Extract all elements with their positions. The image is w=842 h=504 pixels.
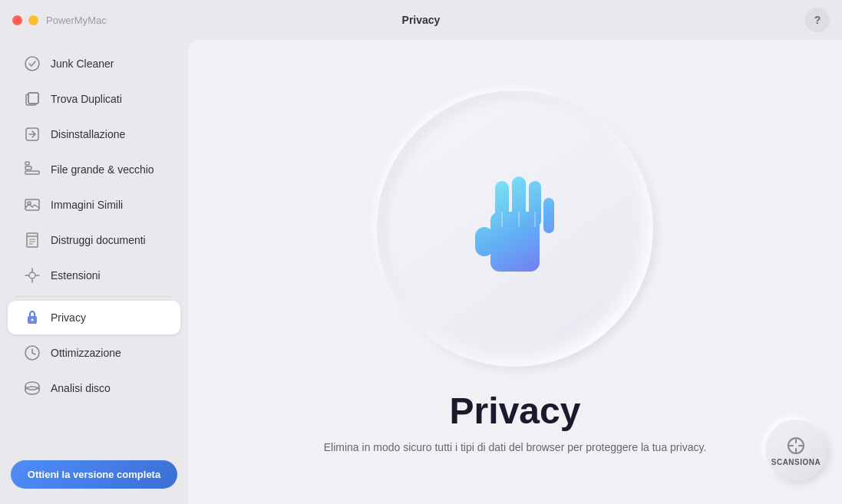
sidebar-label-estensioni: Estensioni xyxy=(51,269,101,282)
sidebar-label-distruggi-documenti: Distruggi documenti xyxy=(51,234,146,246)
svg-point-19 xyxy=(25,387,39,394)
sidebar-item-privacy[interactable]: Privacy xyxy=(8,301,180,334)
sidebar-item-immagini-simili[interactable]: Immagini Simili xyxy=(8,188,180,222)
sidebar-item-junk-cleaner[interactable]: Junk Cleaner xyxy=(8,47,180,81)
sidebar-item-estensioni[interactable]: Estensioni xyxy=(8,259,180,292)
svg-rect-10 xyxy=(27,233,38,247)
svg-rect-28 xyxy=(543,198,554,233)
disinstallazione-icon xyxy=(23,125,41,143)
sidebar-label-privacy: Privacy xyxy=(51,311,86,324)
main-layout: Junk Cleaner Trova Duplicati Disinstalla… xyxy=(0,40,842,504)
svg-rect-2 xyxy=(28,93,38,104)
content-area: Privacy Elimina in modo sicuro tutti i t… xyxy=(188,40,842,504)
file-grande-icon xyxy=(23,160,41,179)
app-name: PowerMyMac xyxy=(46,15,107,26)
minimize-button[interactable] xyxy=(28,15,38,25)
ottimizzazione-icon xyxy=(23,344,41,362)
distruggi-documenti-icon xyxy=(23,231,41,249)
svg-rect-5 xyxy=(25,166,31,170)
svg-rect-6 xyxy=(25,171,39,174)
svg-rect-8 xyxy=(25,199,39,210)
sidebar-item-ottimizzazione[interactable]: Ottimizzazione xyxy=(8,336,180,370)
junk-cleaner-icon xyxy=(23,54,41,73)
close-button[interactable] xyxy=(12,15,22,25)
privacy-hand-icon xyxy=(446,160,584,298)
sidebar-label-junk-cleaner: Junk Cleaner xyxy=(51,58,114,70)
sidebar-item-file-grande[interactable]: File grande & vecchio xyxy=(8,153,180,186)
sidebar-label-file-grande: File grande & vecchio xyxy=(51,163,154,176)
scan-icon xyxy=(785,435,807,456)
sidebar-item-trova-duplicati[interactable]: Trova Duplicati xyxy=(8,82,180,116)
sidebar-divider xyxy=(15,296,173,297)
scan-button[interactable]: SCANSIONA xyxy=(765,420,827,481)
traffic-lights xyxy=(12,15,38,25)
sidebar-label-immagini-simili: Immagini Simili xyxy=(51,199,123,211)
estensioni-icon xyxy=(23,266,41,285)
titlebar: PowerMyMac Privacy ? xyxy=(0,0,842,40)
page-description: Elimina in modo sicuro tutti i tipi di d… xyxy=(324,441,707,453)
svg-rect-24 xyxy=(475,227,494,256)
svg-point-20 xyxy=(25,382,39,390)
sidebar: Junk Cleaner Trova Duplicati Disinstalla… xyxy=(0,40,188,504)
sidebar-footer: Ottieni la versione completa xyxy=(0,451,188,498)
feature-icon-circle xyxy=(377,91,653,367)
window-title: Privacy xyxy=(402,14,441,26)
help-button[interactable]: ? xyxy=(805,8,830,32)
sidebar-label-disinstallazione: Disinstallazione xyxy=(51,128,125,140)
svg-point-0 xyxy=(25,57,39,71)
sidebar-label-analisi-disco: Analisi disco xyxy=(51,382,111,394)
analisi-disco-icon xyxy=(23,379,41,397)
sidebar-label-ottimizzazione: Ottimizzazione xyxy=(51,347,121,359)
svg-rect-7 xyxy=(25,162,29,165)
page-title: Privacy xyxy=(450,390,581,432)
sidebar-item-distruggi-documenti[interactable]: Distruggi documenti xyxy=(8,223,180,257)
sidebar-item-disinstallazione[interactable]: Disinstallazione xyxy=(8,117,180,151)
svg-point-17 xyxy=(31,319,34,321)
scan-button-label: SCANSIONA xyxy=(771,458,821,466)
sidebar-item-analisi-disco[interactable]: Analisi disco xyxy=(8,371,180,405)
trova-duplicati-icon xyxy=(23,90,41,108)
upgrade-button[interactable]: Ottieni la versione completa xyxy=(11,460,177,489)
immagini-simili-icon xyxy=(23,196,41,214)
sidebar-label-trova-duplicati: Trova Duplicati xyxy=(51,93,122,105)
svg-point-15 xyxy=(29,272,35,278)
privacy-icon xyxy=(23,308,41,327)
